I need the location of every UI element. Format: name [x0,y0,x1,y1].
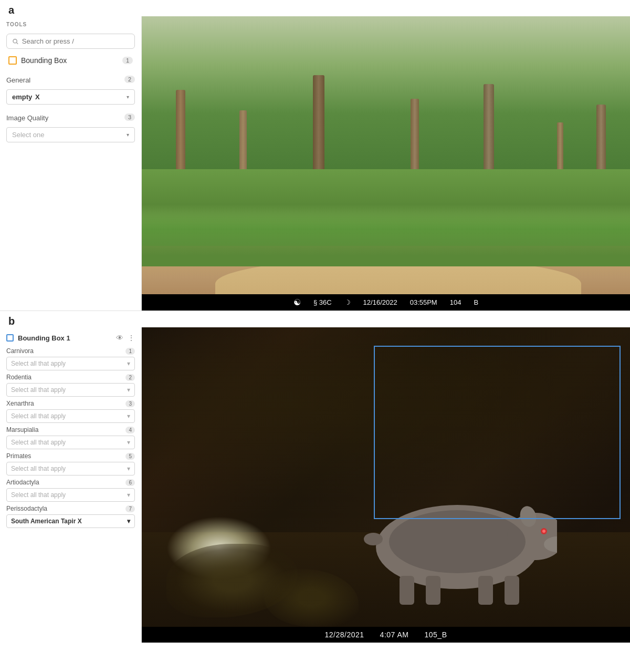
code-display: B [474,298,478,306]
moon-icon: ☽ [344,298,351,306]
cam-data-bar-b: 12/28/2021 4:07 AM 105_B [142,627,630,643]
tools-label: TOOLS [6,22,135,27]
svg-rect-7 [426,576,440,605]
perissodactyla-dropdown[interactable]: South American Tapir X ▾ [6,514,135,528]
image-quality-header: Image Quality 3 [6,112,135,122]
image-a-container: ☯ § 36C ☽ 12/16/2022 03:55PM 104 B [142,16,630,311]
taxon-perissodactyla: Perissodactyla 7 South American Tapir X … [6,505,135,528]
svg-rect-8 [478,576,493,605]
svg-rect-9 [505,576,519,605]
search-icon [12,38,19,45]
taxon-rodentia: Rodentia 2 Select all that apply ▾ [6,374,135,397]
marsupialia-label: Marsupialia [6,426,38,433]
id-display-b: 105_B [424,630,447,639]
image-quality-label: Image Quality [6,114,48,122]
carnivora-placeholder: Select all that apply [11,360,66,367]
image-quality-placeholder: Select one [12,131,44,139]
search-box[interactable] [6,34,135,49]
marsupialia-placeholder: Select all that apply [11,439,66,446]
rodentia-badge: 2 [125,374,135,381]
artiodactyla-placeholder: Select all that apply [11,491,66,499]
svg-line-1 [16,43,18,44]
marsupialia-dropdown[interactable]: Select all that apply ▾ [6,436,135,449]
taxon-carnivora: Carnivora 1 Select all that apply ▾ [6,347,135,370]
svg-point-11 [542,530,545,533]
perissodactyla-value: South American Tapir X [11,518,82,525]
section-a-header: a [0,0,630,16]
camera-logo-icon: ☯ [293,297,301,307]
more-options-icon[interactable]: ⋮ [128,334,135,342]
primates-label: Primates [6,452,31,460]
taxon-artiodactyla: Artiodactyla 6 Select all that apply ▾ [6,479,135,502]
svg-point-14 [389,510,526,573]
sidebar-b: Bounding Box 1 👁 ⋮ Carnivora 1 Select al… [0,327,142,643]
primates-dropdown[interactable]: Select all that apply ▾ [6,462,135,475]
search-input[interactable] [22,37,129,45]
bounding-box-badge: 1 [122,57,133,64]
taxon-xenarthra: Xenarthra 3 Select all that apply ▾ [6,400,135,423]
xenarthra-chevron-icon: ▾ [127,412,130,420]
carnivora-chevron-icon: ▾ [127,360,130,367]
bbox-header: Bounding Box 1 👁 ⋮ [6,332,135,344]
artiodactyla-badge: 6 [125,479,135,486]
general-label: General [6,76,30,84]
primates-chevron-icon: ▾ [127,465,130,472]
artiodactyla-label: Artiodactyla [6,479,39,486]
svg-point-0 [13,39,17,43]
bbox-title: Bounding Box 1 [18,334,112,342]
foreground-shrubs [142,213,630,266]
visibility-icon[interactable]: 👁 [116,334,123,342]
bounding-box-label: Bounding Box [21,56,67,65]
cam-data-bar-a: ☯ § 36C ☽ 12/16/2022 03:55PM 104 B [142,294,630,311]
bbox-blue-icon [6,334,14,342]
perissodactyla-chevron-icon: ▾ [127,518,130,525]
rodentia-dropdown[interactable]: Select all that apply ▾ [6,383,135,397]
rodentia-label: Rodentia [6,374,32,381]
perissodactyla-label: Perissodactyla [6,505,47,512]
section-b-header: b [0,311,630,327]
general-chevron-icon: ▾ [127,94,129,100]
night-scene: 12/28/2021 4:07 AM 105_B [142,327,630,643]
svg-point-13 [364,533,383,545]
xenarthra-placeholder: Select all that apply [11,412,66,420]
xenarthra-label: Xenarthra [6,400,34,407]
image-quality-chevron-icon: ▾ [127,132,129,138]
marsupialia-chevron-icon: ▾ [127,439,130,446]
sidebar-a: TOOLS Bounding Box 1 General 2 empty [0,16,142,311]
temp-display: § 36C [313,298,332,306]
image-quality-badge: 3 [124,113,135,121]
date-display-b: 12/28/2021 [325,630,364,639]
section-a: TOOLS Bounding Box 1 General 2 empty [0,16,630,311]
marsupialia-badge: 4 [125,427,135,433]
id-display: 104 [450,298,461,306]
artiodactyla-chevron-icon: ▾ [127,491,130,499]
xenarthra-badge: 3 [125,400,135,407]
xenarthra-dropdown[interactable]: Select all that apply ▾ [6,409,135,423]
section-b: Bounding Box 1 👁 ⋮ Carnivora 1 Select al… [0,327,630,643]
time-display-b: 4:07 AM [380,630,409,639]
taxon-marsupialia: Marsupialia 4 Select all that apply ▾ [6,426,135,449]
rodentia-chevron-icon: ▾ [127,386,130,394]
general-header: General 2 [6,74,135,84]
image-quality-dropdown[interactable]: Select one ▾ [6,127,135,142]
artiodactyla-dropdown[interactable]: Select all that apply ▾ [6,488,135,502]
bounding-box-icon [8,56,17,65]
carnivora-dropdown[interactable]: Select all that apply ▾ [6,357,135,370]
general-value: empty X [12,93,40,101]
section-a-label: a [8,4,14,16]
perissodactyla-badge: 7 [125,505,135,512]
carnivora-label: Carnivora [6,347,34,355]
tapir-svg [358,479,557,605]
bbox-actions: 👁 ⋮ [116,334,135,342]
time-display: 03:55PM [410,298,437,306]
general-badge: 2 [124,76,135,83]
general-dropdown[interactable]: empty X ▾ [6,89,135,105]
date-display: 12/16/2022 [363,298,397,306]
image-b-container: 12/28/2021 4:07 AM 105_B [142,327,630,643]
section-b-label: b [8,315,15,327]
primates-badge: 5 [125,453,135,460]
bounding-box-tool[interactable]: Bounding Box 1 [6,53,135,68]
carnivora-badge: 1 [125,348,135,355]
forest-scene: ☯ § 36C ☽ 12/16/2022 03:55PM 104 B [142,16,630,311]
svg-rect-6 [400,576,414,605]
